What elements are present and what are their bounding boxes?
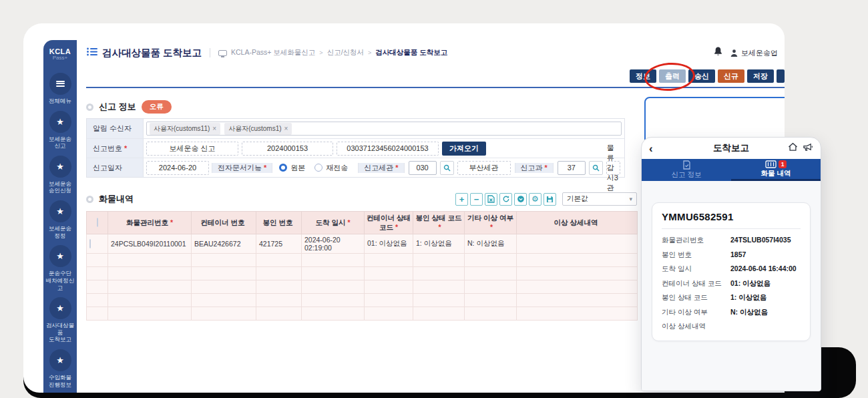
- tab-declare-info[interactable]: 신고 정보: [642, 159, 731, 181]
- empty-row: [87, 254, 638, 267]
- grid-toolbar: + − ⚙ 기본값 ▾: [455, 192, 637, 206]
- customs-name-field[interactable]: 부산세관: [457, 161, 511, 175]
- search-button[interactable]: [589, 161, 603, 175]
- user-name: 보세운송업: [741, 48, 778, 58]
- page-title: 검사대상물품 도착보고: [102, 47, 202, 59]
- sidebar-item-vehicle-dispatch[interactable]: ★ 운송수단 배차예정신고: [43, 245, 77, 291]
- person-icon: [730, 49, 738, 57]
- detail-value: 01: 이상없음: [730, 279, 801, 288]
- form-row-date: 신고일자 2024-06-20 전자문서기능* 원본 재전송 신고세관* 030: [87, 158, 624, 177]
- refresh-icon: [502, 195, 510, 203]
- breadcrumb-separator: >: [319, 49, 322, 56]
- star-icon: ★: [56, 207, 64, 216]
- chevron-down-circle-icon: [517, 195, 525, 203]
- select-all-checkbox[interactable]: [97, 218, 98, 227]
- recipient-chip: 사용자(customs1) ×: [224, 123, 292, 135]
- sidebar-item-approval-request[interactable]: ★ 보세운송 승인신청: [49, 156, 71, 194]
- cargo-table: 화물관리번호* 컨테이너 번호 봉인 번호 도착 일시* 컨테이너 상태 코드*…: [86, 211, 638, 321]
- breadcrumb-item[interactable]: 신고/신청서: [327, 48, 364, 57]
- sidebar-item-bonded-transport-declare[interactable]: ★ 보세운송 신고: [49, 111, 71, 150]
- fetch-button[interactable]: 가져오기: [442, 142, 486, 156]
- star-icon: ★: [56, 356, 64, 365]
- error-badge: 오류: [142, 100, 172, 114]
- radio-original[interactable]: 원본: [279, 163, 305, 173]
- tab-badge: 1: [779, 160, 787, 168]
- refresh-button[interactable]: [499, 193, 512, 206]
- sidebar-item-correction[interactable]: ★ 보세운송 정정: [49, 200, 71, 239]
- home-icon[interactable]: [788, 142, 798, 154]
- close-icon[interactable]: ×: [212, 125, 216, 132]
- report-no1-field[interactable]: 2024000153: [242, 142, 333, 156]
- customs-label: 신고세관: [364, 163, 393, 173]
- row-checkbox[interactable]: [89, 239, 91, 248]
- clipped-button[interactable]: [777, 69, 785, 83]
- breadcrumb-item[interactable]: KCLA-Pass+ 보세화물신고: [231, 48, 315, 57]
- search-button[interactable]: [440, 161, 454, 175]
- detail-label: 화물관리번호: [662, 236, 730, 245]
- container-icon: [765, 160, 777, 168]
- report-no2-field[interactable]: 03037123456024000153: [337, 142, 439, 156]
- add-row-button[interactable]: +: [455, 193, 468, 206]
- print-button[interactable]: 출력: [659, 69, 686, 83]
- bell-icon[interactable]: [713, 46, 723, 59]
- mobile-tabbar: 신고 정보 1 화물 내역: [642, 159, 821, 181]
- detail-label: 도착 일시: [662, 264, 730, 274]
- mobile-panel: ‹ 도착보고 신고 정보 1 화물 내역 YMMU6582591: [641, 137, 821, 391]
- date-label: 신고일자: [93, 163, 122, 173]
- user-menu[interactable]: 보세운송업: [730, 48, 778, 58]
- sidebar-item-inspection-arrival-report[interactable]: ★ 검사대상물품 도착보고: [43, 297, 77, 343]
- detail-label: 이상 상세내역: [662, 322, 730, 331]
- save-grid-button[interactable]: [544, 193, 556, 206]
- division-code-field[interactable]: 37: [558, 161, 586, 175]
- excel-export-button[interactable]: [485, 193, 497, 206]
- radio-resend[interactable]: 재전송: [314, 163, 348, 173]
- chevron-down-icon: ▾: [629, 196, 632, 202]
- form-row-report-no: 신고번호* 보세운송 신고 2024000153 030371234560240…: [87, 138, 624, 158]
- mobile-body: YMMU6582591 화물관리번호24TSLUB057I4035 봉인 번호1…: [642, 181, 821, 391]
- declare-form: 알림 수신자 사용자(customs11) × 사용자(customs1) ×: [86, 118, 625, 178]
- empty-row: [87, 307, 638, 321]
- report-no-label: 신고번호: [93, 144, 122, 154]
- customs-code-field[interactable]: 030: [409, 161, 437, 175]
- search-icon: [443, 164, 451, 172]
- preset-dropdown[interactable]: 기본값 ▾: [562, 192, 637, 206]
- radio-on-icon: [279, 164, 287, 172]
- hamburger-icon: [49, 73, 71, 95]
- empty-row: [87, 267, 638, 280]
- star-icon: ★: [56, 162, 64, 171]
- detail-value: [730, 322, 801, 331]
- new-button[interactable]: 신규: [718, 69, 744, 83]
- app-header: 검사대상물품 도착보고 KCLA-Pass+ 보세화물신고 > 신고/신청서 >…: [77, 40, 785, 65]
- table-header-row: 화물관리번호* 컨테이너 번호 봉인 번호 도착 일시* 컨테이너 상태 코드*…: [87, 212, 638, 234]
- settings-button[interactable]: ⚙: [529, 193, 541, 206]
- date-field[interactable]: 2024-06-20: [146, 161, 209, 175]
- report-type-field[interactable]: 보세운송 신고: [146, 142, 238, 156]
- send-button[interactable]: 송신: [688, 69, 715, 83]
- info-button[interactable]: 정보: [630, 69, 656, 83]
- sidebar-item-all-menu[interactable]: 전체메뉴: [49, 73, 71, 105]
- minus-icon: −: [474, 194, 479, 204]
- collapse-button[interactable]: [514, 193, 527, 206]
- detail-value: N: 이상없음: [730, 308, 801, 317]
- recipient-input[interactable]: 사용자(customs11) × 사용자(customs1) ×: [146, 122, 622, 136]
- section-bullet-icon: [86, 196, 93, 203]
- save-icon: [546, 196, 554, 203]
- division-name-field[interactable]: 물류감시3관: [606, 161, 620, 175]
- star-icon: ★: [56, 252, 64, 260]
- close-icon[interactable]: ×: [284, 125, 288, 132]
- breadcrumb: KCLA-Pass+ 보세화물신고 > 신고/신청서 > 검사대상물품 도착보고: [218, 48, 447, 57]
- container-number: YMMU6582591: [662, 211, 801, 222]
- megaphone-icon[interactable]: [803, 142, 813, 154]
- cargo-detail-card[interactable]: YMMU6582591 화물관리번호24TSLUB057I4035 봉인 번호1…: [652, 202, 811, 341]
- empty-row: [87, 294, 638, 307]
- search-icon: [592, 164, 600, 172]
- detail-value: 1857: [730, 250, 801, 260]
- table-row[interactable]: 24PCSLB049I20110001 BEAU2426672 421725 2…: [87, 234, 638, 254]
- document-icon: [682, 160, 691, 170]
- sidebar-item-import-progress[interactable]: ★ 수입화물 진행정보: [49, 349, 71, 388]
- detail-value: 24TSLUB057I4035: [730, 236, 801, 245]
- save-button[interactable]: 저장: [747, 69, 774, 83]
- breadcrumb-separator: >: [368, 49, 371, 56]
- tab-cargo-detail[interactable]: 1 화물 내역: [731, 159, 821, 181]
- remove-row-button[interactable]: −: [470, 193, 483, 206]
